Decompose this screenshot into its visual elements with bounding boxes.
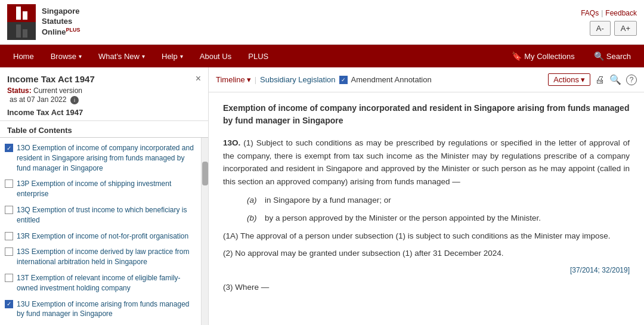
toc-text-13O: 13O Exemption of income of company incor… (17, 143, 195, 173)
doc-subsection-1a: (1A) The approval of a person under subs… (223, 230, 630, 243)
feedback-link[interactable]: Feedback (605, 9, 637, 17)
sidebar: Income Tax Act 1947 × Status: Current ve… (0, 67, 209, 325)
timeline-button[interactable]: Timeline ▾ (216, 75, 251, 84)
top-header: SingaporeStatutesOnlinePLUS FAQs | Feedb… (0, 0, 644, 45)
scrollbar-thumb[interactable] (202, 162, 208, 185)
toc-item-13O[interactable]: 13O Exemption of income of company incor… (0, 140, 201, 176)
doc-sub-item-a: (a) in Singapore by a fund manager; or (247, 194, 630, 207)
font-decrease-button[interactable]: A- (590, 21, 611, 36)
content-toolbar: Timeline ▾ | Subsidiary Legislation ✓ Am… (209, 67, 644, 92)
nav-about-us[interactable]: About Us (191, 45, 240, 67)
logo-box (7, 4, 36, 40)
nav-bar: Home Browse ▾ What's New ▾ Help ▾ About … (0, 45, 644, 67)
toc-item-13T[interactable]: 13T Exemption of relevant income of elig… (0, 270, 201, 296)
toc-text-13Q: 13Q Exemption of trust income to which b… (17, 205, 195, 225)
nav-plus[interactable]: PLUS (240, 45, 277, 67)
toc-text-13S: 13S Exemption of income derived by law p… (17, 247, 195, 267)
doc-section-1: 13O. (1) Subject to such conditions as m… (223, 137, 630, 188)
faqs-link[interactable]: FAQs (581, 9, 599, 17)
print-icon[interactable]: 🖨 (595, 75, 605, 85)
actions-chevron-icon: ▾ (581, 75, 585, 84)
nav-help[interactable]: Help ▾ (153, 45, 191, 67)
doc-title: Exemption of income of company incorpora… (223, 102, 630, 127)
font-increase-button[interactable]: A+ (614, 21, 637, 36)
nav-whats-new[interactable]: What's New ▾ (90, 45, 153, 67)
doc-content: Exemption of income of company incorpora… (209, 92, 644, 325)
toc-checkbox-13R[interactable] (5, 232, 13, 240)
toc-checkbox-13S[interactable] (5, 247, 13, 256)
toc-list: 13O Exemption of income of company incor… (0, 138, 201, 325)
toc-label: Table of Contents (0, 121, 208, 138)
doc-para-1: 13O. (1) Subject to such conditions as m… (223, 137, 630, 188)
toc-item-13Q[interactable]: 13Q Exemption of trust income to which b… (0, 202, 201, 228)
sidebar-header: Income Tax Act 1947 × Status: Current ve… (0, 67, 208, 121)
nav-browse[interactable]: Browse ▾ (42, 45, 90, 67)
toc-item-13U[interactable]: 13U Exemption of income arising from fun… (0, 296, 201, 323)
timeline-chevron-icon: ▾ (247, 75, 251, 84)
top-links: FAQs | Feedback (581, 9, 637, 17)
status-value: Current version (33, 86, 82, 95)
sidebar-act-name: Income Tax Act 1947 (7, 108, 201, 117)
toolbar-right: Actions ▾ 🖨 🔍 ? (548, 73, 637, 86)
toc-checkbox-13U[interactable] (5, 300, 13, 308)
nav-collections[interactable]: 🔖 My Collections (503, 45, 583, 67)
toc-checkbox-13O[interactable] (5, 144, 13, 152)
toc-text-13T: 13T Exemption of relevant income of elig… (17, 273, 195, 293)
logo-area: SingaporeStatutesOnlinePLUS (7, 4, 80, 40)
nav-right: 🔖 My Collections 🔍 Search (503, 45, 639, 67)
doc-sub-item-b: (b) by a person approved by the Minister… (247, 212, 630, 225)
actions-button[interactable]: Actions ▾ (548, 73, 590, 86)
search-icon: 🔍 (594, 51, 604, 61)
sidebar-date-row: as at 07 Jan 2022 i (7, 95, 201, 104)
sidebar-date: as at 07 Jan 2022 (10, 95, 66, 104)
help-chevron-icon: ▾ (180, 53, 183, 60)
sidebar-close-button[interactable]: × (196, 73, 201, 84)
font-size-controls: A- A+ (590, 21, 637, 36)
section-num: 13O. (223, 138, 240, 147)
toolbar-left: Timeline ▾ | Subsidiary Legislation ✓ Am… (216, 75, 543, 84)
help-icon[interactable]: ? (626, 75, 637, 85)
amendment-checkbox[interactable]: ✓ (339, 76, 348, 84)
nav-search[interactable]: 🔍 Search (586, 45, 639, 67)
status-label: Status: (7, 86, 32, 95)
sub-label-a: (a) (247, 194, 258, 207)
toc-checkbox-13P[interactable] (5, 179, 13, 188)
info-icon[interactable]: i (70, 96, 79, 104)
doc-subsection-2: (2) No approval may be granted under sub… (223, 247, 630, 260)
doc-subsection-3: (3) Where — (223, 281, 630, 294)
toc-item-13S[interactable]: 13S Exemption of income derived by law p… (0, 244, 201, 270)
content-area: Timeline ▾ | Subsidiary Legislation ✓ Am… (209, 67, 644, 325)
main-layout: Income Tax Act 1947 × Status: Current ve… (0, 67, 644, 325)
toc-checkbox-13T[interactable] (5, 274, 13, 282)
sidebar-title: Income Tax Act 1947 (7, 74, 95, 84)
sub-leg-link[interactable]: Subsidiary Legislation (260, 75, 335, 84)
toc-text-13U: 13U Exemption of income arising from fun… (17, 299, 195, 320)
toc-item-13R[interactable]: 13R Exemption of income of not-for-profi… (0, 228, 201, 244)
zoom-icon[interactable]: 🔍 (609, 74, 621, 85)
toc-text-13P: 13P Exemption of income of shipping inve… (17, 179, 195, 199)
toc-item-13P[interactable]: 13P Exemption of income of shipping inve… (0, 176, 201, 202)
nav-home[interactable]: Home (5, 45, 42, 67)
amendment-label: Amendment Annotation (351, 75, 432, 84)
sidebar-status: Status: Current version (7, 86, 201, 95)
sub-text-b: by a person approved by the Minister or … (265, 212, 541, 225)
bookmark-icon: 🔖 (512, 51, 522, 61)
sub-label-b: (b) (247, 212, 258, 225)
whats-new-chevron-icon: ▾ (142, 53, 145, 60)
logo-text: SingaporeStatutesOnlinePLUS (42, 7, 80, 38)
toc-checkbox-13Q[interactable] (5, 206, 13, 214)
sub-text-a: in Singapore by a fund manager; or (265, 194, 391, 207)
sidebar-scrollbar[interactable] (201, 138, 208, 325)
browse-chevron-icon: ▾ (79, 53, 82, 60)
doc-citation: [37/2014; 32/2019] (223, 265, 630, 276)
toc-text-13R: 13R Exemption of income of not-for-profi… (17, 231, 188, 242)
header-right: FAQs | Feedback A- A+ (581, 9, 637, 36)
